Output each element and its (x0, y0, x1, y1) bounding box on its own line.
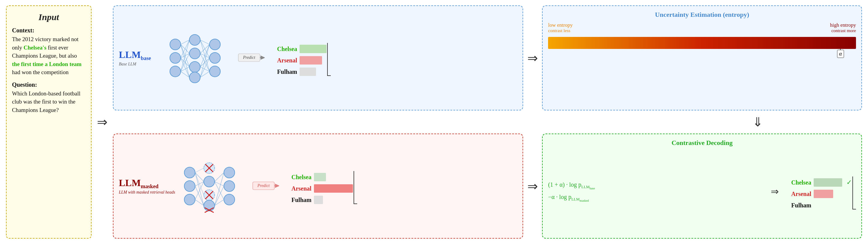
bar-row-chelsea-final: Chelsea ✓ (784, 178, 852, 187)
llm-base-label-block: LLMbase Base LLM (119, 49, 161, 66)
predict-arrow-base: Predict (238, 51, 265, 64)
formula-to-chart-arrow: ⇒ (771, 186, 779, 197)
bar-label-fulham-final: Fulham (784, 202, 811, 209)
svg-line-48 (195, 168, 204, 173)
low-entropy-label: low entropy (548, 22, 573, 28)
input-question-block: Question: Which London-based football cl… (12, 81, 86, 114)
bar-fill-arsenal-final (814, 190, 833, 198)
svg-point-3 (189, 34, 200, 45)
llm-masked-name: LLMmasked (119, 177, 158, 190)
llm-base-subscript: base (141, 56, 151, 62)
llm-masked-label-block: LLMmasked LLM with masked retrieval head… (119, 177, 175, 194)
svg-point-39 (184, 181, 195, 191)
svg-point-6 (189, 72, 200, 83)
svg-line-58 (215, 182, 224, 200)
bar-row-arsenal-final: Arsenal (784, 190, 852, 198)
contrast-more-label: contrast more (830, 28, 856, 33)
bar-label-fulham-base: Fulham (270, 68, 297, 75)
svg-point-1 (170, 53, 181, 63)
bar-label-arsenal-masked: Arsenal (284, 185, 312, 192)
bar-chart-final: Chelsea ✓ Arsenal Fulham (784, 174, 856, 210)
context-text: The 2012 victory marked not only Chelsea… (12, 35, 86, 77)
bar-label-fulham-masked: Fulham (284, 196, 312, 204)
bar-fill-arsenal-base (300, 56, 322, 64)
llm-base-name: LLMbase (119, 49, 151, 62)
bar-row-arsenal-masked: Arsenal (284, 184, 353, 193)
llm-base-box: LLMbase Base LLM (113, 5, 523, 111)
bar-label-chelsea-base: Chelsea (270, 45, 297, 53)
london-highlight: the first time a London team (12, 61, 82, 67)
uncertainty-box: Uncertainty Estimation (entropy) low ent… (542, 5, 862, 111)
alpha-marker: α (837, 49, 844, 58)
question-label: Question: (12, 81, 86, 88)
svg-point-2 (170, 66, 181, 77)
nn-base-diagram (166, 31, 232, 85)
bar-row-fulham-masked: Fulham (284, 196, 353, 204)
bar-row-chelsea-base: Chelsea (270, 45, 327, 53)
input-to-llm-arrow: ⇒ (97, 5, 107, 239)
entropy-top-labels: low entropy contrast less high entropy c… (548, 22, 856, 33)
svg-point-45 (224, 167, 235, 178)
svg-line-18 (181, 40, 189, 71)
svg-point-8 (210, 53, 220, 63)
contrastive-box: Contrastive Decoding (1 + α) · log pLLMb… (542, 133, 862, 239)
contrast-less-label: contrast less (548, 28, 573, 33)
input-box: Input Context: The 2012 victory marked n… (6, 5, 92, 239)
bar-chart-masked: Chelsea Arsenal Fulham (284, 168, 357, 204)
bar-chart-base: Chelsea Arsenal Fulham (270, 40, 331, 76)
svg-line-28 (200, 44, 210, 67)
svg-point-38 (184, 167, 195, 178)
svg-point-46 (224, 181, 235, 191)
svg-point-44 (204, 200, 215, 211)
svg-point-9 (210, 66, 220, 77)
down-arrow: ⇓ (752, 115, 763, 129)
alpha-label: α (839, 51, 842, 57)
question-text: Which London-based football club was the… (12, 89, 86, 114)
formula-block: (1 + α) · log pLLMbase −α · log pLLMmask… (548, 180, 765, 203)
bar-label-chelsea-final: Chelsea (784, 179, 811, 186)
uncertainty-title: Uncertainty Estimation (entropy) (548, 11, 856, 19)
svg-point-42 (204, 176, 215, 187)
svg-point-4 (189, 48, 200, 59)
input-context-block: Context: The 2012 victory marked not onl… (12, 27, 86, 77)
entropy-bar-container: α (548, 37, 856, 49)
bar-row-chelsea-masked: Chelsea (284, 173, 353, 181)
svg-line-52 (195, 182, 204, 186)
bar-label-arsenal-final: Arsenal (784, 190, 811, 197)
contrastive-title: Contrastive Decoding (548, 139, 856, 147)
input-title: Input (12, 12, 86, 22)
base-to-uncertainty-arrow: ⇒ (527, 5, 538, 111)
vertical-arrow-row: ⇓ (113, 115, 862, 129)
entropy-gradient-bar (548, 37, 856, 49)
context-label: Context: (12, 27, 86, 34)
predict-arrow-masked: Predict (252, 180, 279, 193)
bar-row-fulham-base: Fulham (270, 67, 327, 76)
bar-fill-chelsea-masked (314, 173, 326, 181)
formula-line1: (1 + α) · log pLLMbase (548, 180, 765, 191)
nn-masked-diagram (181, 159, 247, 213)
bar-fill-chelsea-base (300, 45, 327, 53)
alpha-box: α (837, 50, 844, 58)
svg-line-10 (181, 40, 189, 44)
bar-fill-arsenal-masked (314, 184, 353, 193)
contrastive-content: (1 + α) · log pLLMbase −α · log pLLMmask… (548, 150, 856, 233)
svg-point-0 (170, 39, 181, 50)
bar-row-arsenal-base: Arsenal (270, 56, 327, 64)
llm-base-sublabel: Base LLM (119, 62, 136, 67)
bar-fill-chelsea-final (814, 178, 842, 187)
masked-to-contrastive-arrow: ⇒ (527, 133, 538, 239)
bar-fill-fulham-masked (314, 196, 323, 204)
bar-label-chelsea-masked: Chelsea (284, 174, 312, 181)
llm-masked-box: LLMmasked LLM with masked retrieval head… (113, 133, 523, 239)
bar-label-arsenal-base: Arsenal (270, 57, 297, 64)
svg-point-47 (224, 194, 235, 205)
svg-point-40 (184, 194, 195, 205)
svg-point-7 (210, 39, 220, 50)
svg-text:Predict: Predict (243, 55, 256, 60)
svg-point-5 (189, 62, 200, 72)
checkmark: ✓ (846, 179, 852, 186)
svg-line-29 (200, 58, 210, 67)
llm-masked-sublabel: LLM with masked retrieval heads (119, 190, 175, 195)
svg-line-57 (215, 182, 224, 186)
bar-fill-fulham-base (300, 67, 316, 76)
